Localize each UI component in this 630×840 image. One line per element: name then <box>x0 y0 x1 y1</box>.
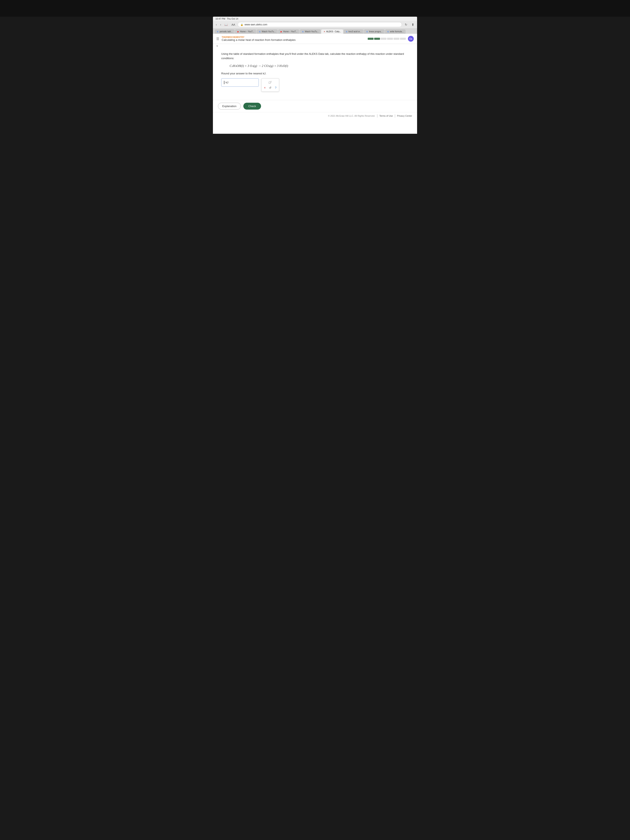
share-button[interactable]: ⬆ <box>410 22 415 27</box>
input-unit: kJ <box>226 81 228 84</box>
tab-label: Home – YouT... <box>240 30 254 33</box>
status-bar-left: 10:47 PM Thu Oct 14 <box>215 17 238 20</box>
footer-links: © 2021 McGraw Hill LLC. All Rights Reser… <box>218 114 412 118</box>
answer-input-box[interactable]: kJ <box>221 78 259 87</box>
tab-kno3[interactable]: G kno3 acid or... <box>344 29 363 34</box>
action-bar: Explanation Check <box>213 100 417 112</box>
tab-favicon-yt: ▶ <box>237 31 239 33</box>
check-button[interactable]: Check <box>243 103 261 110</box>
toolbar-top: □□ <box>268 80 273 85</box>
progress-seg-1 <box>368 38 374 40</box>
tab-favicon-g: G <box>387 31 389 33</box>
user-initials: Ca <box>410 38 412 40</box>
collapse-arrow[interactable]: ∨ <box>213 44 417 48</box>
back-button[interactable]: ‹ <box>215 22 218 27</box>
aa-label[interactable]: AA <box>231 23 236 26</box>
terms-of-use-link[interactable]: Terms of Use <box>379 115 393 117</box>
tab-favicon-aleks: A <box>323 31 325 33</box>
lock-icon: 🔒 <box>240 23 243 26</box>
copyright-text: © 2021 McGraw Hill LLC. All Rights Reser… <box>328 115 375 117</box>
progress-seg-2 <box>374 38 380 40</box>
tab-label: ALEKS - Caliy... <box>326 30 341 33</box>
url-text: www-awn.aleks.com <box>245 23 399 26</box>
tab-favicon-g: G <box>217 31 219 33</box>
tab-label: kno3 acid or... <box>349 30 362 33</box>
tab-watch-yt2[interactable]: G Watch YouTu... <box>300 29 321 34</box>
aleks-content: ☰ THERMOCHEMISTRY Calculating a molar he… <box>213 34 417 134</box>
progress-seg-5 <box>393 38 399 40</box>
tab-home-yt1[interactable]: ▶ Home – YouT... <box>235 29 256 34</box>
time-display: 10:47 PM <box>215 17 225 20</box>
nav-buttons: ‹ › 📖 <box>215 22 229 27</box>
fraction-button[interactable]: □□ <box>268 80 273 85</box>
tab-label: linear progra... <box>369 30 382 33</box>
tab-favicon-g: G <box>259 31 261 33</box>
undo-button[interactable]: ↺ <box>268 85 272 90</box>
address-bar[interactable]: 🔒 www-awn.aleks.com <box>238 22 402 27</box>
page-footer: © 2021 McGraw Hill LLC. All Rights Reser… <box>213 112 417 119</box>
problem-area: Using the table of standard formation en… <box>213 48 417 100</box>
browser-toolbar: ‹ › 📖 AA 🔒 www-awn.aleks.com ↻ ⬆ <box>213 21 417 28</box>
tab-favicon-g: G <box>366 31 368 33</box>
help-button[interactable]: ? <box>274 85 277 90</box>
tab-label: Home – YouT... <box>283 30 297 33</box>
privacy-center-link[interactable]: Privacy Center <box>397 115 412 117</box>
tab-linear[interactable]: G linear progra... <box>364 29 384 34</box>
tab-label: periodic tabl... <box>219 30 232 33</box>
status-bar: 10:47 PM Thu Oct 14 <box>213 17 417 21</box>
footer-divider-2: | <box>395 114 395 118</box>
tab-watch-yt1[interactable]: G Watch YouTu... <box>257 29 278 34</box>
equation-text: C₂H₅OH(l) + 3 O₂(g) → 2 CO₂(g) + 3 H₂O(l… <box>230 64 288 68</box>
answer-row: kJ □□ × ↺ ? <box>221 78 409 92</box>
header-title: Calculating a molar heat of reaction fro… <box>222 38 295 41</box>
toolbar-buttons: × ↺ ? <box>263 85 277 90</box>
tab-formula[interactable]: G write formula... <box>385 29 406 34</box>
reload-button[interactable]: ↻ <box>404 22 409 27</box>
date-display: Thu Oct 14 <box>227 17 238 20</box>
tabs-bar: G periodic tabl... ▶ Home – YouT... G Wa… <box>213 28 417 34</box>
tab-favicon-g: G <box>302 31 304 33</box>
reader-icon: 📖 <box>223 23 229 27</box>
tab-label: Watch YouTu... <box>262 30 276 33</box>
progress-seg-6 <box>400 38 406 40</box>
footer-divider: | <box>377 114 378 118</box>
header-category: THERMOCHEMISTRY <box>222 36 295 38</box>
aleks-header: ☰ THERMOCHEMISTRY Calculating a molar he… <box>213 34 417 44</box>
tab-favicon-yt: ▶ <box>280 31 282 33</box>
math-toolbar: □□ × ↺ ? <box>261 78 279 92</box>
forward-button[interactable]: › <box>219 22 223 27</box>
header-right: Ca <box>368 36 414 42</box>
tab-label: write formula... <box>390 30 404 33</box>
chemical-equation: C₂H₅OH(l) + 3 O₂(g) → 2 CO₂(g) + 3 H₂O(l… <box>230 64 409 68</box>
tab-favicon-g: G <box>346 31 348 33</box>
progress-seg-4 <box>387 38 393 40</box>
tab-aleks[interactable]: A ALEKS - Caliy... <box>321 29 343 34</box>
round-instruction: Round your answer to the nearest kJ. <box>221 72 409 75</box>
header-topic: THERMOCHEMISTRY Calculating a molar heat… <box>222 36 295 41</box>
explanation-button[interactable]: Explanation <box>218 103 241 110</box>
text-cursor <box>224 81 224 84</box>
progress-bar <box>368 38 406 40</box>
hamburger-menu-icon[interactable]: ☰ <box>216 37 219 41</box>
clear-button[interactable]: × <box>263 85 267 90</box>
aleks-header-left: ☰ THERMOCHEMISTRY Calculating a molar he… <box>216 36 295 41</box>
progress-seg-3 <box>381 38 387 40</box>
user-avatar[interactable]: Ca <box>408 36 414 42</box>
tab-periodic[interactable]: G periodic tabl... <box>215 29 235 34</box>
tab-home-yt2[interactable]: ▶ Home – YouT... <box>278 29 299 34</box>
problem-instructions: Using the table of standard formation en… <box>221 52 409 61</box>
tab-label: Watch YouTu... <box>305 30 319 33</box>
